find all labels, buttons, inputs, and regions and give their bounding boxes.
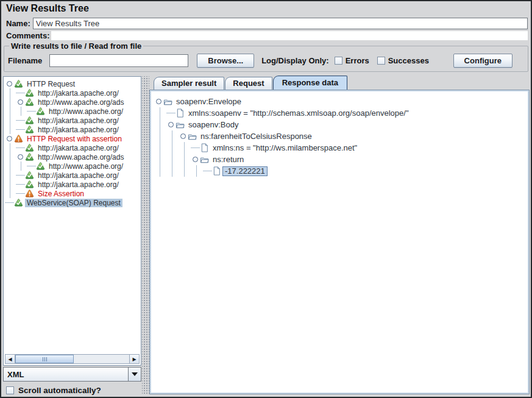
tree-node[interactable]: WebService(SOAP) Request bbox=[5, 198, 140, 207]
configure-button[interactable]: Configure bbox=[453, 54, 512, 68]
expand-handle[interactable] bbox=[16, 152, 25, 162]
tree-indent-guide bbox=[166, 165, 179, 177]
tree-node[interactable]: soapenv:Envelope bbox=[154, 96, 529, 107]
filename-input[interactable] bbox=[49, 54, 188, 67]
scroll-left-arrow[interactable]: ◀ bbox=[5, 355, 15, 363]
scrollbar-track[interactable] bbox=[15, 355, 129, 363]
write-results-group: Write results to file / Read from file F… bbox=[4, 41, 528, 72]
tree-indent-guide bbox=[166, 154, 179, 165]
tree-node[interactable]: ns:farenheitToCelsiusResponse bbox=[154, 130, 529, 142]
tree-node[interactable]: xmlns:soapenv = "http://schemas.xmlsoap.… bbox=[154, 107, 529, 119]
tree-connector bbox=[27, 162, 36, 171]
tree-node[interactable]: ns:return bbox=[154, 154, 529, 165]
tree-indent-guide bbox=[154, 165, 166, 177]
tree-node[interactable]: http://jakarta.apache.org/ bbox=[5, 88, 140, 98]
errors-checkbox[interactable] bbox=[335, 57, 342, 65]
warning-icon bbox=[14, 134, 23, 143]
tree-indent-guide bbox=[154, 154, 166, 165]
warning-icon bbox=[25, 189, 34, 198]
tree-indent-guide bbox=[5, 171, 16, 180]
scroll-automatically-label: Scroll automatically? bbox=[18, 386, 101, 395]
tab-request[interactable]: Request bbox=[225, 77, 272, 90]
tree-node[interactable]: xmlns:ns = "http://ws.milamberspace.net" bbox=[154, 142, 529, 154]
tree-node[interactable]: HTTP Request bbox=[5, 79, 140, 88]
comments-input[interactable] bbox=[51, 31, 528, 40]
scroll-right-arrow[interactable]: ▶ bbox=[129, 355, 139, 363]
expand-handle[interactable] bbox=[154, 96, 163, 107]
tree-indent-guide bbox=[179, 142, 191, 154]
scroll-automatically-checkbox[interactable] bbox=[6, 386, 14, 394]
tree-node-label: HTTP Request bbox=[25, 80, 77, 88]
split-pane-divider[interactable] bbox=[142, 76, 149, 395]
success-icon bbox=[25, 98, 34, 107]
tree-indent-guide bbox=[166, 130, 179, 142]
tree-node[interactable]: http://jakarta.apache.org/ bbox=[5, 143, 140, 152]
tree-node-label: http://www.apache.org/ads bbox=[36, 98, 126, 107]
tree-indent-guide bbox=[16, 162, 27, 171]
successes-label: Successes bbox=[388, 56, 429, 65]
comments-label: Comments: bbox=[4, 31, 51, 40]
tree-indent-guide bbox=[179, 165, 191, 177]
tree-node-label: xmlns:ns = "http://ws.milamberspace.net" bbox=[211, 144, 359, 152]
tree-node-label: HTTP Request with assertion bbox=[25, 135, 124, 143]
folder-icon bbox=[200, 155, 209, 164]
tree-node[interactable]: http://www.apache.org/ bbox=[5, 162, 140, 171]
tree-connector bbox=[166, 107, 176, 119]
tree-connector bbox=[16, 125, 25, 134]
tree-indent-guide bbox=[5, 98, 16, 107]
tree-node-label: http://jakarta.apache.org/ bbox=[36, 144, 121, 152]
tree-indent-guide bbox=[5, 189, 16, 198]
tree-node-label: WebService(SOAP) Request bbox=[25, 199, 122, 207]
format-dropdown[interactable]: XML bbox=[3, 367, 141, 382]
tree-node-label: http://jakarta.apache.org/ bbox=[36, 89, 121, 98]
tree-node[interactable]: HTTP Request with assertion bbox=[5, 134, 140, 143]
tree-indent-guide bbox=[154, 119, 166, 130]
success-icon bbox=[36, 107, 45, 116]
expand-handle[interactable] bbox=[16, 98, 25, 107]
name-input[interactable] bbox=[33, 18, 528, 29]
tree-indent-guide bbox=[5, 143, 16, 152]
tree-node[interactable]: http://jakarta.apache.org/ bbox=[5, 180, 140, 189]
tree-indent-guide bbox=[5, 180, 16, 189]
expand-handle[interactable] bbox=[5, 134, 14, 143]
tab-sampler-result[interactable]: Sampler result bbox=[154, 77, 224, 90]
success-icon bbox=[25, 88, 34, 98]
result-detail-area: Sampler result Request Response data soa… bbox=[149, 76, 530, 394]
browse-button[interactable]: Browse... bbox=[197, 54, 254, 68]
tree-node-label: -17.222221 bbox=[223, 167, 267, 176]
filename-label: Filename bbox=[8, 56, 42, 65]
tree-node[interactable]: http://jakarta.apache.org/ bbox=[5, 125, 140, 134]
horizontal-scrollbar[interactable]: ◀ ▶ bbox=[5, 354, 140, 364]
tree-node[interactable]: http://jakarta.apache.org/ bbox=[5, 171, 140, 180]
tree-indent-guide bbox=[179, 154, 191, 165]
tree-node[interactable]: http://www.apache.org/ bbox=[5, 107, 140, 116]
tree-connector bbox=[16, 143, 25, 152]
tree-indent-guide bbox=[5, 125, 16, 134]
expand-handle[interactable] bbox=[179, 130, 188, 142]
tree-node-label: soapenv:Envelope bbox=[174, 98, 243, 106]
tree-node[interactable]: Size Assertion bbox=[5, 189, 140, 198]
format-dropdown-value: XML bbox=[4, 368, 128, 381]
tree-indent-guide bbox=[5, 107, 16, 116]
tree-connector bbox=[16, 180, 25, 189]
tree-node[interactable]: soapenv:Body bbox=[154, 119, 529, 130]
expand-handle[interactable] bbox=[5, 79, 14, 88]
tree-connector bbox=[203, 165, 212, 177]
tree-node[interactable]: -17.222221 bbox=[154, 165, 529, 177]
tree-indent-guide bbox=[5, 152, 16, 162]
tree-node[interactable]: http://www.apache.org/ads bbox=[5, 98, 140, 107]
expand-handle[interactable] bbox=[166, 119, 176, 130]
tree-indent-guide bbox=[5, 88, 16, 98]
tree-node-label: xmlns:soapenv = "http://schemas.xmlsoap.… bbox=[186, 109, 411, 118]
successes-checkbox[interactable] bbox=[377, 57, 385, 65]
scrollbar-thumb[interactable] bbox=[15, 355, 74, 363]
response-xml-tree: soapenv:Envelopexmlns:soapenv = "http://… bbox=[150, 90, 529, 177]
expand-handle[interactable] bbox=[191, 154, 200, 165]
tree-node[interactable]: http://jakarta.apache.org/ bbox=[5, 116, 140, 125]
tree-node[interactable]: http://www.apache.org/ads bbox=[5, 152, 140, 162]
dropdown-arrow-icon[interactable] bbox=[128, 368, 141, 381]
tab-response-data[interactable]: Response data bbox=[273, 76, 347, 90]
page-title: View Results Tree bbox=[6, 3, 89, 14]
write-results-group-title: Write results to file / Read from file bbox=[9, 41, 143, 51]
errors-label: Errors bbox=[346, 56, 369, 65]
